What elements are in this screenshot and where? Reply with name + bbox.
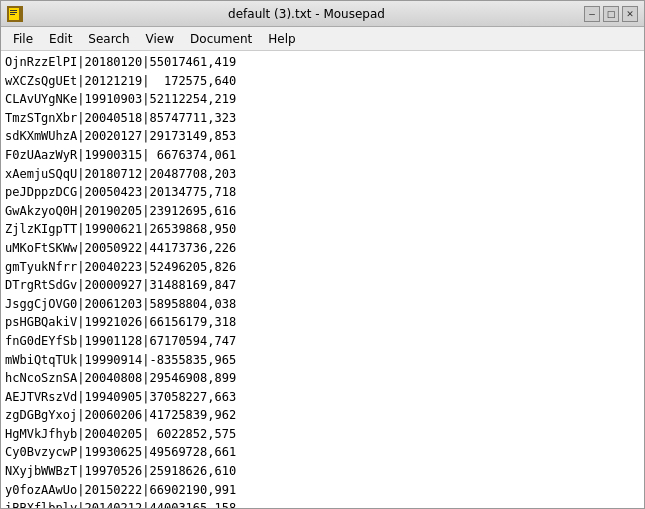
text-line: y0fozAAwUo|20150222|66902190,991 bbox=[5, 481, 640, 500]
menu-item-file[interactable]: File bbox=[5, 30, 41, 48]
svg-rect-2 bbox=[10, 10, 17, 11]
text-line: psHGBQakiV|19921026|66156179,318 bbox=[5, 313, 640, 332]
close-button[interactable]: ✕ bbox=[622, 6, 638, 22]
menu-item-view[interactable]: View bbox=[138, 30, 182, 48]
text-line: JsggCjOVG0|20061203|58958804,038 bbox=[5, 295, 640, 314]
svg-rect-3 bbox=[10, 12, 17, 13]
window-controls: − □ ✕ bbox=[584, 6, 638, 22]
text-content[interactable]: OjnRzzElPI|20180120|55017461,419wXCZsQgU… bbox=[1, 51, 644, 508]
text-line: iBBXflbply|20140212|44003165,158 bbox=[5, 499, 640, 508]
main-window: default (3).txt - Mousepad − □ ✕ FileEdi… bbox=[0, 0, 645, 509]
text-line: CLAvUYgNKe|19910903|52112254,219 bbox=[5, 90, 640, 109]
menu-item-help[interactable]: Help bbox=[260, 30, 303, 48]
text-line: gmTyukNfrr|20040223|52496205,826 bbox=[5, 258, 640, 277]
text-line: mWbiQtqTUk|19990914|-8355835,965 bbox=[5, 351, 640, 370]
window-title: default (3).txt - Mousepad bbox=[29, 7, 584, 21]
maximize-button[interactable]: □ bbox=[603, 6, 619, 22]
menu-item-document[interactable]: Document bbox=[182, 30, 260, 48]
text-line: wXCZsQgUEt|20121219| 172575,640 bbox=[5, 72, 640, 91]
app-icon bbox=[7, 6, 23, 22]
text-line: GwAkzyoQ0H|20190205|23912695,616 bbox=[5, 202, 640, 221]
text-line: uMKoFtSKWw|20050922|44173736,226 bbox=[5, 239, 640, 258]
text-line: F0zUAazWyR|19900315| 6676374,061 bbox=[5, 146, 640, 165]
text-line: AEJTVRszVd|19940905|37058227,663 bbox=[5, 388, 640, 407]
text-line: TmzSTgnXbr|20040518|85747711,323 bbox=[5, 109, 640, 128]
text-line: NXyjbWWBzT|19970526|25918626,610 bbox=[5, 462, 640, 481]
text-line: OjnRzzElPI|20180120|55017461,419 bbox=[5, 53, 640, 72]
text-line: zgDGBgYxoj|20060206|41725839,962 bbox=[5, 406, 640, 425]
menu-item-edit[interactable]: Edit bbox=[41, 30, 80, 48]
text-line: ZjlzKIgpTT|19900621|26539868,950 bbox=[5, 220, 640, 239]
text-line: DTrgRtSdGv|20000927|31488169,847 bbox=[5, 276, 640, 295]
menu-bar: FileEditSearchViewDocumentHelp bbox=[1, 27, 644, 51]
menu-item-search[interactable]: Search bbox=[80, 30, 137, 48]
text-line: fnG0dEYfSb|19901128|67170594,747 bbox=[5, 332, 640, 351]
text-line: sdKXmWUhzA|20020127|29173149,853 bbox=[5, 127, 640, 146]
text-line: HgMVkJfhyb|20040205| 6022852,575 bbox=[5, 425, 640, 444]
minimize-button[interactable]: − bbox=[584, 6, 600, 22]
text-line: hcNcoSznSA|20040808|29546908,899 bbox=[5, 369, 640, 388]
svg-rect-4 bbox=[10, 14, 15, 15]
text-line: peJDppzDCG|20050423|20134775,718 bbox=[5, 183, 640, 202]
text-line: xAemjuSQqU|20180712|20487708,203 bbox=[5, 165, 640, 184]
title-bar: default (3).txt - Mousepad − □ ✕ bbox=[1, 1, 644, 27]
text-line: Cy0BvzycwP|19930625|49569728,661 bbox=[5, 443, 640, 462]
